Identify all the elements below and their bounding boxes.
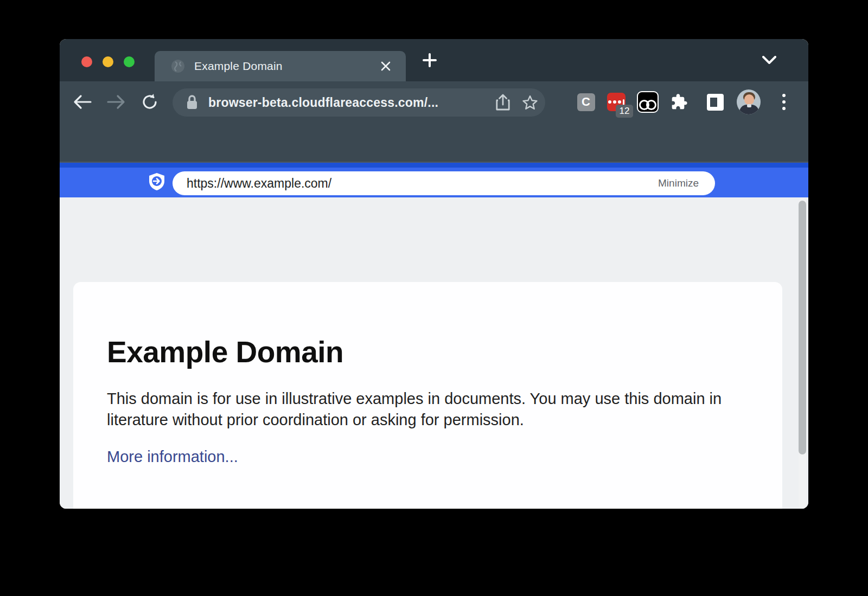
reload-icon bbox=[141, 93, 158, 111]
browser-menu-button[interactable] bbox=[772, 90, 796, 114]
tab-example-domain[interactable]: Example Domain bbox=[155, 51, 406, 81]
browser-window: Example Domain bbox=[60, 39, 808, 509]
bookmark-star-icon bbox=[522, 94, 538, 111]
browser-toolbar: browser-beta.cloudflareaccess.com/... C … bbox=[60, 81, 808, 163]
remote-browser-bar: https://www.example.com/ Minimize bbox=[60, 163, 808, 197]
back-icon bbox=[73, 94, 92, 110]
extensions-puzzle-icon bbox=[671, 93, 688, 111]
forward-button[interactable] bbox=[103, 89, 129, 115]
more-information-link[interactable]: More information... bbox=[107, 448, 238, 466]
share-button[interactable] bbox=[491, 91, 515, 114]
lock-icon bbox=[186, 94, 199, 111]
share-icon bbox=[495, 94, 510, 111]
side-panel-icon bbox=[707, 94, 724, 111]
new-tab-button[interactable] bbox=[418, 48, 442, 72]
c-extension-button[interactable]: C bbox=[574, 90, 598, 114]
close-window-button[interactable] bbox=[81, 56, 92, 67]
two-circles-extension-icon bbox=[637, 91, 659, 113]
address-url-text: browser-beta.cloudflareaccess.com/... bbox=[208, 95, 491, 110]
minimize-button[interactable]: Minimize bbox=[658, 177, 699, 189]
address-bar[interactable]: browser-beta.cloudflareaccess.com/... bbox=[173, 88, 545, 117]
remote-bar-top-stripe bbox=[60, 163, 808, 168]
extensions-menu-button[interactable] bbox=[667, 90, 691, 114]
kebab-menu-icon bbox=[782, 94, 786, 110]
c-extension-icon: C bbox=[577, 93, 595, 111]
tab-favicon-globe-icon bbox=[171, 59, 185, 73]
scrollbar[interactable] bbox=[799, 197, 806, 509]
content-card: Example Domain This domain is for use in… bbox=[73, 282, 782, 509]
back-button[interactable] bbox=[69, 89, 95, 115]
tab-chevron-down-icon[interactable] bbox=[757, 41, 781, 79]
remote-url-input[interactable]: https://www.example.com/ Minimize bbox=[173, 171, 715, 195]
scrollbar-thumb[interactable] bbox=[799, 201, 806, 454]
side-panel-button[interactable] bbox=[703, 90, 727, 114]
page-viewport: Example Domain This domain is for use in… bbox=[60, 197, 808, 509]
reload-button[interactable] bbox=[137, 89, 163, 115]
profile-avatar bbox=[737, 89, 761, 114]
lastpass-extension-button[interactable]: 12 bbox=[604, 90, 628, 114]
two-circles-extension-button[interactable] bbox=[636, 90, 660, 114]
window-controls bbox=[81, 56, 135, 67]
remote-url-text: https://www.example.com/ bbox=[187, 176, 658, 191]
extension-badge: 12 bbox=[616, 105, 633, 118]
zoom-window-button[interactable] bbox=[124, 56, 135, 67]
page-title: Example Domain bbox=[107, 336, 782, 368]
lastpass-extension-icon: 12 bbox=[607, 93, 626, 111]
shield-arrow-icon bbox=[148, 172, 166, 191]
tab-close-icon[interactable] bbox=[378, 58, 394, 74]
tab-title: Example Domain bbox=[194, 60, 378, 73]
page-paragraph: This domain is for use in illustrative e… bbox=[107, 388, 736, 431]
profile-avatar-button[interactable] bbox=[737, 90, 761, 114]
forward-icon bbox=[107, 94, 125, 110]
bookmark-star-button[interactable] bbox=[518, 91, 542, 114]
minimize-window-button[interactable] bbox=[103, 56, 113, 67]
tab-strip: Example Domain bbox=[60, 39, 808, 81]
